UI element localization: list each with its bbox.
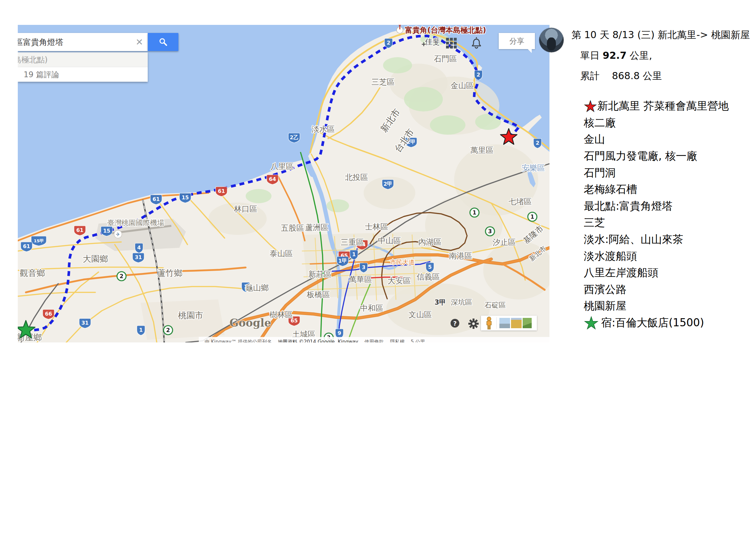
imagery-thumbnail[interactable] (500, 318, 510, 328)
map-attribution: 由 Kingway™ 提供的公司列名 地圖資料 ©2014 Google, Ki… (199, 337, 550, 343)
map-label: 萬華區 (349, 275, 372, 284)
route-shield: 61 (150, 195, 162, 205)
map-label: 南港區 (449, 251, 472, 260)
route-shield: 3甲 (434, 298, 446, 306)
map-label: 蘆竹鄉 (157, 268, 182, 278)
suggestion-item[interactable]: 島極北點) (18, 52, 148, 67)
imagery-thumbnail[interactable] (523, 318, 532, 328)
terms-link[interactable]: 使用條款 (364, 339, 384, 343)
map-label: 八里區 (271, 162, 294, 171)
map-label: 泰山區 (270, 249, 293, 258)
trip-title: 第 10 天 8/13 (三) 新北萬里-> 桃園新屋 (571, 28, 750, 42)
route-shield: 2 (164, 326, 173, 335)
route-shield: 2甲 (382, 180, 394, 189)
map-viewport[interactable]: 2222甲2甲2乙151515甲616161616464656566313141… (18, 25, 550, 343)
map-label: 淡水區 (311, 125, 335, 134)
reviews-text: 19 篇評論 (24, 69, 59, 80)
svg-text:4: 4 (137, 244, 141, 251)
search-button[interactable] (148, 33, 178, 51)
itinerary-text: 宿:百倫大飯店(1500) (601, 316, 704, 330)
map-label: 市民大道 (390, 258, 415, 266)
daily-prefix: 單日 (580, 50, 603, 61)
itinerary-text: 最北點:富貴角燈塔 (584, 199, 673, 214)
svg-text:1: 1 (472, 209, 476, 216)
map-label: 樹林區 (270, 310, 293, 319)
map-label: 中山區 (378, 236, 401, 245)
route-shield: 61 (74, 226, 86, 236)
apps-grid-icon[interactable] (446, 38, 456, 48)
svg-text:61: 61 (23, 243, 30, 249)
search-box[interactable]: 區富貴角燈塔 ✕ (18, 33, 148, 51)
route-shield: 1 (470, 208, 479, 217)
map-label: 七堵區 (508, 197, 532, 206)
map-label: 石門區 (434, 54, 457, 63)
map-label: 觀音鄉 (20, 268, 45, 278)
svg-text:3甲: 3甲 (434, 298, 446, 306)
svg-text:61: 61 (76, 227, 83, 233)
share-label: 分享 (509, 36, 524, 46)
route-shield: 2乙 (288, 133, 300, 143)
park (404, 87, 443, 112)
itinerary-item: ★宿:百倫大飯店(1500) (584, 315, 729, 331)
route-shield: 5 (426, 263, 434, 272)
itinerary-item: 最北點:富貴角燈塔 (584, 198, 729, 215)
route-shield: 66 (43, 310, 54, 319)
green-star-icon: ★ (584, 315, 599, 331)
itinerary-item: 三芝 (584, 215, 729, 231)
help-icon[interactable]: ? (450, 319, 459, 328)
svg-text:15: 15 (103, 228, 110, 234)
itinerary-list: ★新北萬里 芥菜種會萬里營地核二廠金山石門風力發電廠, 核一廠石門洞老梅綠石槽最… (584, 98, 729, 331)
map-label: 板橋區 (307, 290, 330, 299)
red-star-icon: ★ (584, 99, 597, 114)
map-label: 大園鄉 (83, 254, 108, 264)
map-label: 北投區 (345, 173, 368, 182)
map-label: 士林區 (365, 222, 388, 231)
search-suggestions: 島極北點) 19 篇評論 (18, 52, 148, 82)
svg-text:2: 2 (166, 327, 170, 333)
park (383, 57, 412, 73)
map-label: 桃園市 (178, 311, 203, 320)
route-shield: 4 (135, 243, 143, 253)
itinerary-item: ★新北萬里 芥菜種會萬里營地 (584, 98, 729, 115)
route-shield: 3 (360, 263, 368, 273)
map-label: 蘆洲區 (305, 223, 328, 232)
map-label: 龜山鄉 (245, 283, 269, 292)
itinerary-item: 核二廠 (584, 115, 729, 132)
pegman-icon[interactable] (483, 316, 495, 330)
clear-search-icon[interactable]: ✕ (136, 37, 143, 47)
itinerary-text: 新北萬里 芥菜種會萬里營地 (597, 99, 729, 114)
privacy-link[interactable]: 隱私權 (390, 339, 405, 343)
itinerary-text: 桃園新屋 (584, 299, 626, 313)
itinerary-text: 石門洞 (584, 166, 616, 180)
map-label: 中和區 (360, 304, 383, 313)
park (246, 189, 272, 203)
search-input[interactable]: 區富貴角燈塔 (18, 37, 136, 47)
svg-text:31: 31 (81, 320, 89, 326)
map-label: 臺灣桃園國際機場 (107, 219, 164, 227)
daily-km-value: 92.7 (603, 50, 627, 61)
imagery-thumbnail[interactable] (511, 318, 522, 328)
svg-text:31: 31 (135, 254, 142, 260)
map-label: 三重區 (341, 238, 364, 247)
route-shield: 3 (485, 227, 495, 236)
svg-text:61: 61 (218, 188, 225, 194)
map-label: 五股區 (281, 223, 304, 233)
route-shield: 1 (350, 250, 358, 260)
svg-text:61: 61 (152, 196, 160, 202)
google-logo: Google (230, 317, 271, 329)
share-button[interactable]: 分享 (499, 33, 535, 49)
settings-gear-icon[interactable] (467, 318, 480, 331)
avatar[interactable] (539, 28, 564, 52)
suggestion-reviews[interactable]: 19 篇評論 (18, 67, 148, 82)
svg-text:3: 3 (488, 228, 492, 235)
map-label: 金山區 (450, 81, 474, 90)
daily-suffix: 公里, (627, 50, 652, 61)
route-shield: 31 (132, 253, 144, 263)
itinerary-text: 八里左岸渡船頭 (584, 266, 659, 280)
notifications-bell-icon[interactable] (470, 36, 483, 50)
route-shield: 1甲 (337, 257, 348, 266)
map-label: 內湖區 (418, 238, 442, 246)
pin-label: 富貴角(台灣本島極北點) (405, 26, 486, 34)
svg-text:5: 5 (428, 264, 431, 270)
route-shield: 61 (216, 187, 227, 196)
